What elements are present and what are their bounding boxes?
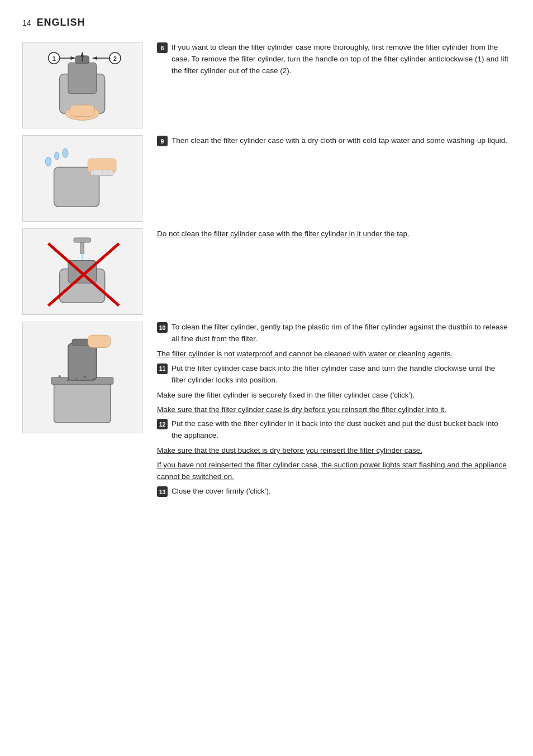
step10-image bbox=[22, 322, 142, 433]
svg-rect-34 bbox=[68, 343, 97, 380]
step8-text: If you want to clean the filter cylinder… bbox=[172, 42, 511, 77]
svg-point-37 bbox=[76, 378, 78, 380]
step13-badge: 13 bbox=[157, 486, 168, 497]
step13-text: Close the cover firmly ('click'). bbox=[172, 486, 511, 497]
step9-badge: 9 bbox=[157, 136, 168, 146]
svg-point-36 bbox=[59, 375, 61, 377]
step12-text: Put the case with the filter cylinder in… bbox=[172, 418, 511, 442]
warning1-text-area: Do not clean the filter cylinder case wi… bbox=[157, 228, 511, 315]
section-8: 1 2 8 If you want to clean the filter cy… bbox=[22, 42, 511, 128]
svg-text:1: 1 bbox=[53, 55, 56, 62]
step11-badge: 11 bbox=[157, 363, 168, 374]
page-number: 14 bbox=[22, 18, 31, 27]
svg-text:2: 2 bbox=[113, 55, 117, 62]
step8-badge: 8 bbox=[157, 42, 168, 53]
page-title: ENGLISH bbox=[37, 17, 85, 28]
svg-rect-41 bbox=[88, 335, 111, 347]
warning1-text: Do not clean the filter cylinder case wi… bbox=[157, 228, 511, 240]
warning-bucket-dry: Make sure that the dust bucket is dry be… bbox=[157, 445, 511, 457]
svg-rect-2 bbox=[68, 63, 97, 94]
step8-row: 8 If you want to clean the filter cylind… bbox=[157, 42, 511, 77]
svg-rect-12 bbox=[70, 105, 95, 116]
warning-suction-lights: If you have not reinserted the filter cy… bbox=[157, 460, 511, 483]
section10-13-text: 10 To clean the filter cylinder, gently … bbox=[157, 322, 511, 501]
step12-badge: 12 bbox=[157, 419, 168, 429]
step9-image bbox=[22, 135, 142, 222]
step12-row: 12 Put the case with the filter cylinder… bbox=[157, 418, 511, 442]
section-10-13: 10 To clean the filter cylinder, gently … bbox=[22, 322, 511, 501]
step9-text: Then clean the filter cylinder case with… bbox=[172, 135, 511, 147]
section8-text: 8 If you want to clean the filter cylind… bbox=[157, 42, 511, 128]
step11-row: 11 Put the filter cylinder case back int… bbox=[157, 363, 511, 386]
step8-image: 1 2 bbox=[22, 42, 142, 128]
step10-text: To clean the filter cylinder, gently tap… bbox=[172, 322, 511, 345]
svg-rect-18 bbox=[91, 170, 113, 175]
svg-point-16 bbox=[63, 149, 68, 157]
svg-point-40 bbox=[93, 378, 95, 380]
step11-text: Put the filter cylinder case back into t… bbox=[172, 363, 511, 386]
svg-rect-31 bbox=[54, 383, 111, 423]
warning-case-dry: Make sure that the filter cylinder case … bbox=[157, 404, 511, 416]
svg-point-14 bbox=[46, 157, 51, 166]
warning-waterproof: The filter cylinder is not waterproof an… bbox=[157, 348, 511, 360]
step9-row: 9 Then clean the filter cylinder case wi… bbox=[157, 135, 511, 147]
svg-point-15 bbox=[55, 152, 59, 160]
svg-rect-23 bbox=[74, 238, 91, 242]
svg-point-39 bbox=[84, 376, 86, 377]
section-warning1: Do not clean the filter cylinder case wi… bbox=[22, 228, 511, 315]
step10-badge: 10 bbox=[157, 322, 168, 333]
section-9: 9 Then clean the filter cylinder case wi… bbox=[22, 135, 511, 222]
step11-note: Make sure the filter cylinder is securel… bbox=[157, 390, 511, 401]
page-header: 14 ENGLISH bbox=[22, 17, 511, 28]
warning1-image bbox=[22, 228, 142, 315]
step10-image-col bbox=[22, 322, 142, 501]
svg-point-38 bbox=[67, 379, 69, 381]
section9-text: 9 Then clean the filter cylinder case wi… bbox=[157, 135, 511, 222]
step10-row: 10 To clean the filter cylinder, gently … bbox=[157, 322, 511, 345]
step13-row: 13 Close the cover firmly ('click'). bbox=[157, 486, 511, 497]
svg-rect-24 bbox=[80, 242, 84, 253]
